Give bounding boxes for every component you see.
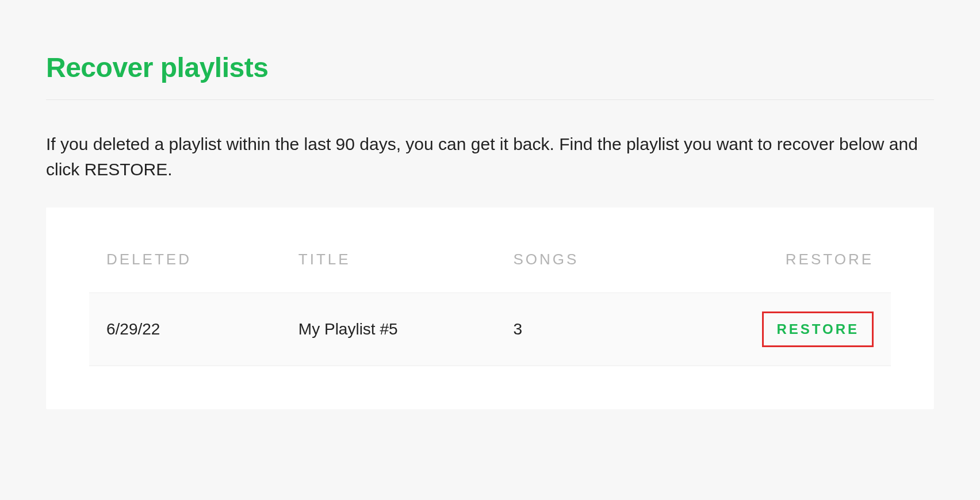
cell-title: My Playlist #5 <box>281 293 496 366</box>
cell-songs: 3 <box>496 293 657 366</box>
divider <box>46 99 934 100</box>
page-title: Recover playlists <box>46 52 934 83</box>
cell-deleted: 6/29/22 <box>89 293 281 366</box>
table-row: 6/29/22 My Playlist #5 3 RESTORE <box>89 293 891 366</box>
column-header-deleted: DELETED <box>89 251 281 293</box>
column-header-songs: SONGS <box>496 251 657 293</box>
page-description: If you deleted a playlist within the las… <box>46 132 934 182</box>
restore-button[interactable]: RESTORE <box>762 311 874 347</box>
playlists-card: DELETED TITLE SONGS RESTORE 6/29/22 My P… <box>46 207 934 409</box>
column-header-restore: RESTORE <box>657 251 891 293</box>
playlists-table: DELETED TITLE SONGS RESTORE 6/29/22 My P… <box>89 251 891 366</box>
cell-restore: RESTORE <box>657 293 891 366</box>
column-header-title: TITLE <box>281 251 496 293</box>
